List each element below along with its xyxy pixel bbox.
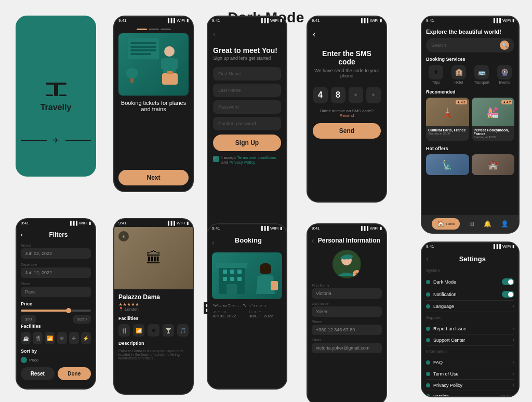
price-slider-fill [21,310,70,312]
service-trips[interactable]: ✈ Trips [426,65,446,84]
settings-terms[interactable]: Term of Use › [426,368,514,380]
terms-checkbox[interactable]: ✓ [213,156,219,162]
otp-box-3[interactable]: • [349,87,363,103]
price-slider[interactable] [21,310,91,312]
nav-notifications[interactable]: 🔔 [484,220,491,227]
search-button[interactable]: 🔍 [500,41,509,50]
settings-report[interactable]: Report an Issue › [426,323,514,334]
back-button-hotel[interactable]: ‹ [118,231,129,242]
back-button-settings[interactable]: ‹ [426,254,429,263]
password-field[interactable]: Password [213,100,281,114]
nav-home-button[interactable]: 🏠 Home [432,218,460,230]
service-transport[interactable]: 🚌 Transport [472,65,491,84]
settings-support-center[interactable]: Support Center › [426,334,514,346]
svg-rect-25 [227,284,237,294]
transport-label: Transport [474,81,489,84]
otp-box-1[interactable]: 4 [313,87,328,103]
sms-title: Enter the SMS code [313,49,381,66]
reset-button[interactable]: Reset [21,367,55,380]
card-honeymoon[interactable]: 💒 ★ 4.7 Perfect Honeymoon, France Starti… [472,98,515,141]
hfac-ac[interactable]: ❄ [148,324,159,337]
service-events[interactable]: 🎡 Events [495,65,514,84]
svg-rect-2 [46,95,53,96]
next-button[interactable]: Next [118,170,189,185]
confirm-password-field[interactable]: Confirm password [213,117,281,130]
back-button-sms[interactable]: ‹ [313,30,381,39]
hfac-music[interactable]: 🎵 [177,324,189,337]
email-value[interactable]: victoria.yoker@gmail.com [312,343,382,353]
fac-power[interactable]: ⚡ [81,332,91,344]
nav-map[interactable]: ⊞ [469,220,474,227]
status-bar-sms: 9:41 ▐▐▐WiFi▮ [308,17,386,24]
avatar-edit-button[interactable]: ✎ [353,270,361,278]
privacy-arrow: › [513,382,514,388]
fac-ac[interactable]: ❄ [57,332,67,344]
phone-sms: 9:41 ▐▐▐WiFi▮ ‹ Enter the SMS code We ha… [307,16,387,203]
price-thumb [66,308,71,313]
settings-faq[interactable]: FAQ › [426,357,514,368]
otp-box-4[interactable]: • [366,87,381,103]
notification-toggle[interactable] [502,291,514,298]
svg-rect-22 [223,277,227,281]
sms-subtitle: We have send the code to your phone [313,68,381,78]
hfac-food[interactable]: 🍴 [118,324,130,337]
phone-info: Phone +380 12 345 67 89 [312,320,382,335]
place-field[interactable]: Paris [21,287,91,297]
back-button-filters[interactable]: ‹ [21,231,23,238]
search-bar[interactable]: Search 🔍 [426,38,514,52]
phone-personal: 9:41 ▐▐▐WiFi▮ ‹ Personal Information ✎ F… [307,223,387,402]
personal-header: ‹ Personal Information [312,236,382,245]
firstname-value[interactable]: Victoria [312,288,382,299]
done-button[interactable]: Done [58,367,91,380]
language-label: Language [433,304,513,309]
hfac-wifi[interactable]: 📶 [133,324,144,337]
firstname-field[interactable]: First Name [213,67,281,81]
resend-link[interactable]: Resend [340,113,354,118]
support-center-label: Support Center [433,338,513,343]
sort-label: Sort by [21,349,91,354]
events-icon: 🎡 [497,65,512,79]
hot-card-2[interactable]: 🏰 [472,154,515,175]
settings-dark-mode[interactable]: Dark Mode [426,276,514,288]
lastname-field[interactable]: Last Name [213,84,281,97]
otp-box-2[interactable]: 8 [331,87,345,103]
settings-notification[interactable]: Notification [426,288,514,301]
onboard-illustration [118,33,189,96]
avatar: ✎ [332,250,361,278]
lastname-value[interactable]: Yoker [312,306,382,317]
fac-flight[interactable]: ✈ [69,332,79,344]
hfac-bar[interactable]: 🍸 [163,324,174,337]
svg-rect-12 [174,59,178,69]
version-label: Version [433,394,501,397]
settings-language[interactable]: Language › [426,301,514,312]
card-paris[interactable]: 🗼 ★ 4.5 Cultural Paris, France Starting … [426,98,469,141]
signup-button[interactable]: Sign Up [213,135,281,151]
status-bar-home: 9:41 ▐▐▐WiFi▮ [422,17,518,24]
facilities-label: Facilities [21,324,91,329]
status-bar-settings: 9:41 ▐▐▐WiFi▮ [422,243,518,250]
service-hotel[interactable]: 🏨 Hotel [449,65,469,84]
report-label: Report an Issue [433,326,513,331]
svg-rect-5 [130,42,156,44]
sort-radio[interactable] [21,357,27,363]
plane-decoration: ✈ [17,136,95,144]
hotel-facilities: 🍴 📶 ❄ 🍸 🎵 [118,324,189,337]
fac-wifi[interactable]: 📶 [45,332,55,344]
arrival-field[interactable]: Jun 02, 2022 [21,248,91,259]
departure-field[interactable]: Jun 12, 2022 [21,267,91,278]
fac-coffee[interactable]: ☕ [21,332,31,344]
hot-card-1[interactable]: 🗽 [426,154,469,175]
back-button-personal[interactable]: ‹ [312,236,314,245]
logo-icon [43,80,69,101]
nav-profile[interactable]: 👤 [501,220,509,227]
fac-food[interactable]: 🍴 [33,332,43,344]
svg-rect-8 [130,53,151,55]
settings-privacy[interactable]: Privacy Policy › [426,380,514,391]
send-button[interactable]: Send [313,123,381,139]
price-label: Price [21,301,91,306]
firstname-info: First Name Victoria [312,284,382,299]
phone-value[interactable]: +380 12 345 67 89 [312,325,382,335]
dark-mode-toggle[interactable] [502,278,514,285]
svg-rect-0 [46,83,66,85]
trips-icon: ✈ [429,65,443,79]
